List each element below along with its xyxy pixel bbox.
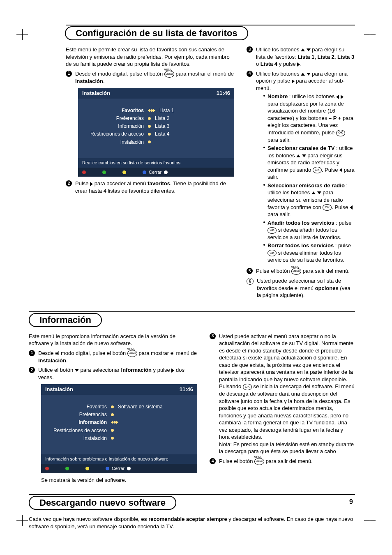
info-step-4-icon: 4 [210, 458, 216, 464]
step-2-icon: 2 [66, 180, 72, 187]
info-step4: Pulse el botón MENU para salir del menú. [219, 458, 313, 465]
menu-button-icon: MENU [164, 71, 174, 78]
favoritos-step6: Usted puede seleccionar su lista de favo… [257, 277, 355, 299]
info-intro: Este menú le proporciona información ace… [29, 333, 197, 347]
step-3-icon: 3 [247, 46, 253, 53]
info-caption: Se mostrará la versión del software. [41, 477, 197, 484]
ui-screenshot-informacion: Instalación11:46 FavoritosSoftware de si… [41, 384, 197, 473]
step-6-icon: 6 [247, 278, 254, 285]
info-step-3-icon: 3 [210, 333, 216, 339]
info-step2: Utilice el botón para seleccionar Inform… [38, 366, 197, 381]
step-4-icon: 4 [247, 71, 253, 77]
down-arrow-icon [307, 48, 311, 51]
section-title-descarga: Descargando nuevo software [29, 496, 176, 510]
favoritos-step5: Pulse el botón MENU para salir del menú. [256, 267, 350, 275]
crop-mark [16, 515, 28, 526]
section-title-informacion: Información [29, 313, 102, 327]
step-1-icon: 1 [66, 71, 72, 77]
favoritos-intro: Este menú le permite crear su lista de f… [66, 46, 234, 68]
info-step-2-icon: 2 [29, 367, 35, 373]
up-arrow-icon [301, 48, 305, 51]
section-title-favoritos: Configuración de su lista de favoritos [65, 26, 248, 40]
ok-button-icon: OK [336, 130, 345, 136]
favoritos-step3: Utilice los botones para elegir su lista… [256, 46, 355, 68]
step-5-icon: 5 [247, 268, 253, 274]
ui-screenshot-favoritos: Instalación11:46 FavoritosLista 1 Prefer… [78, 88, 234, 177]
favoritos-step2: Pulse para acceder al menú favoritos. Ti… [75, 180, 234, 194]
page-number: 9 [349, 498, 353, 506]
crop-mark [16, 29, 28, 40]
crop-mark [364, 515, 376, 526]
favoritos-step1: Desde el modo digital, pulse el botón ME… [75, 70, 234, 85]
info-step-1-icon: 1 [29, 350, 35, 356]
info-step1: Desde el modo digital, pulse el botón ME… [38, 350, 197, 364]
favoritos-step4: Utilice los botones para elegir una opci… [256, 70, 355, 265]
info-step3: Usted puede activar el menú para aceptar… [219, 333, 355, 455]
crop-mark [364, 29, 376, 40]
descarga-body: Cada vez que haya nuevo software disponi… [29, 516, 355, 530]
